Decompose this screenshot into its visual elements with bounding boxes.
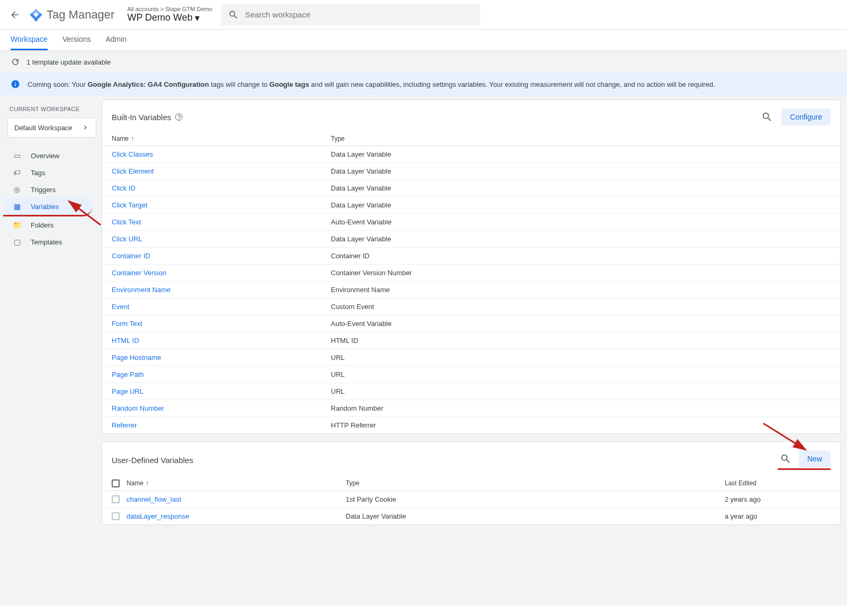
variable-link[interactable]: Page Hostname (112, 354, 161, 361)
col-type[interactable]: Type (346, 479, 725, 487)
table-row[interactable]: Click ElementData Layer Variable (102, 163, 840, 180)
variable-link[interactable]: Referrer (112, 421, 137, 429)
variable-link[interactable]: Click Element (112, 167, 154, 175)
variable-type: Data Layer Variable (331, 150, 831, 158)
header: Tag Manager All accounts > Stape GTM Dem… (0, 0, 847, 30)
col-check[interactable] (112, 479, 127, 487)
sort-arrow-icon: ↑ (131, 135, 134, 142)
back-arrow-icon[interactable] (4, 4, 25, 25)
tab-workspace[interactable]: Workspace (11, 30, 48, 50)
search-userdef-icon[interactable] (778, 451, 794, 467)
row-checkbox[interactable] (112, 495, 120, 503)
variable-link[interactable]: Page Path (112, 370, 144, 378)
main-layout: CURRENT WORKSPACE Default Workspace ▭Ove… (0, 95, 847, 605)
table-row[interactable]: dataLayer_responseData Layer Variablea y… (102, 508, 840, 524)
table-row[interactable]: Page URLURL (102, 383, 840, 400)
workspace-selector[interactable]: Default Workspace (7, 117, 96, 138)
tab-versions[interactable]: Versions (62, 30, 91, 50)
sidebar-item-label: Folders (31, 221, 53, 229)
sidebar-item-templates[interactable]: ▢Templates (3, 233, 92, 250)
variable-type: Data Layer Variable (331, 184, 831, 192)
variable-link[interactable]: Event (112, 303, 129, 311)
variable-link[interactable]: dataLayer_response (127, 512, 190, 520)
builtin-table-head: Name↑ Type (102, 130, 840, 146)
variable-link[interactable]: Page URL (112, 387, 143, 395)
workspace-label: CURRENT WORKSPACE (3, 104, 101, 117)
table-row[interactable]: Click TextAuto-Event Variable (102, 214, 840, 231)
col-edited[interactable]: Last Edited (725, 479, 831, 487)
userdef-title: User-Defined Variables (112, 456, 193, 465)
variable-link[interactable]: Click URL (112, 235, 142, 243)
table-row[interactable]: Click ClassesData Layer Variable (102, 146, 840, 163)
table-row[interactable]: EventCustom Event (102, 298, 840, 315)
table-row[interactable]: channel_flow_last1st Party Cookie2 years… (102, 491, 840, 508)
sidebar-item-tags[interactable]: 🏷Tags (3, 164, 92, 181)
info-icon (11, 79, 20, 89)
row-checkbox[interactable] (112, 512, 120, 520)
variable-link[interactable]: HTML ID (112, 337, 139, 345)
variable-type: Auto-Event Variable (331, 320, 831, 328)
sidebar-item-label: Variables (31, 203, 59, 211)
variable-link[interactable]: Environment Name (112, 286, 170, 294)
table-row[interactable]: Random NumberRandom Number (102, 400, 840, 417)
variable-link[interactable]: Click Classes (112, 150, 153, 158)
sidebar-item-overview[interactable]: ▭Overview (3, 147, 92, 164)
userdef-variables-panel: User-Defined Variables New Name↑ Type La… (102, 441, 841, 525)
sidebar-item-variables[interactable]: ▦Variables (3, 198, 92, 216)
account-selector[interactable]: All accounts > Stape GTM Demo WP Demo We… (127, 6, 212, 24)
variable-link[interactable]: Form Text (112, 320, 142, 328)
sidebar-item-triggers[interactable]: ◎Triggers (3, 181, 92, 198)
variable-type: Container ID (331, 252, 831, 260)
userdef-table-head: Name↑ Type Last Edited (102, 474, 840, 491)
variable-type: Container Version Number (331, 269, 831, 277)
sidebar-icon: ▭ (12, 151, 22, 160)
table-row[interactable]: Click TargetData Layer Variable (102, 197, 840, 214)
update-notification[interactable]: 1 template update available (0, 51, 847, 73)
variable-type: Auto-Event Variable (331, 218, 831, 226)
variable-link[interactable]: Click Target (112, 201, 148, 209)
search-box[interactable] (221, 4, 480, 25)
variable-link[interactable]: Random Number (112, 404, 164, 412)
refresh-icon (11, 57, 20, 67)
variable-link[interactable]: channel_flow_last (127, 495, 181, 503)
col-name[interactable]: Name↑ (127, 479, 346, 487)
search-builtin-icon[interactable] (759, 109, 775, 125)
sidebar-item-label: Templates (31, 238, 62, 246)
variable-type: HTML ID (331, 337, 831, 345)
variable-link[interactable]: Click ID (112, 184, 136, 192)
table-row[interactable]: Click URLData Layer Variable (102, 231, 840, 248)
info-banner: Coming soon: Your Google Analytics: GA4 … (0, 73, 847, 95)
builtin-variables-panel: Built-In Variables ? Configure Name↑ Typ… (102, 99, 841, 434)
table-row[interactable]: Page HostnameURL (102, 349, 840, 366)
table-row[interactable]: Form TextAuto-Event Variable (102, 315, 840, 332)
table-row[interactable]: Page PathURL (102, 366, 840, 383)
table-row[interactable]: HTML IDHTML ID (102, 332, 840, 349)
table-row[interactable]: ReferrerHTTP Referrer (102, 417, 840, 433)
sidebar-item-folders[interactable]: 📁Folders (3, 216, 92, 233)
table-row[interactable]: Click IDData Layer Variable (102, 180, 840, 197)
update-text: 1 template update available (26, 58, 111, 66)
variable-type: Data Layer Variable (331, 201, 831, 209)
table-row[interactable]: Container VersionContainer Version Numbe… (102, 265, 840, 282)
variable-link[interactable]: Container ID (112, 252, 150, 260)
gtm-logo-icon (29, 7, 43, 22)
variable-link[interactable]: Click Text (112, 218, 141, 226)
builtin-title: Built-In Variables ? (112, 113, 183, 122)
tab-admin[interactable]: Admin (105, 30, 127, 50)
table-row[interactable]: Container IDContainer ID (102, 248, 840, 265)
content: Built-In Variables ? Configure Name↑ Typ… (101, 95, 847, 605)
col-name[interactable]: Name↑ (112, 135, 331, 142)
search-icon (228, 10, 239, 20)
variable-link[interactable]: Container Version (112, 269, 166, 277)
search-input[interactable] (245, 10, 473, 19)
table-row[interactable]: Environment NameEnvironment Name (102, 282, 840, 298)
variable-type: Data Layer Variable (346, 512, 725, 520)
sidebar-icon: ◎ (12, 185, 22, 194)
sidebar-icon: 📁 (12, 221, 22, 229)
variable-type: URL (331, 370, 831, 378)
new-button[interactable]: New (799, 450, 831, 467)
configure-button[interactable]: Configure (781, 108, 831, 125)
breadcrumb-path: All accounts > Stape GTM Demo (127, 6, 212, 12)
help-icon[interactable]: ? (175, 113, 183, 121)
col-type[interactable]: Type (331, 135, 831, 142)
